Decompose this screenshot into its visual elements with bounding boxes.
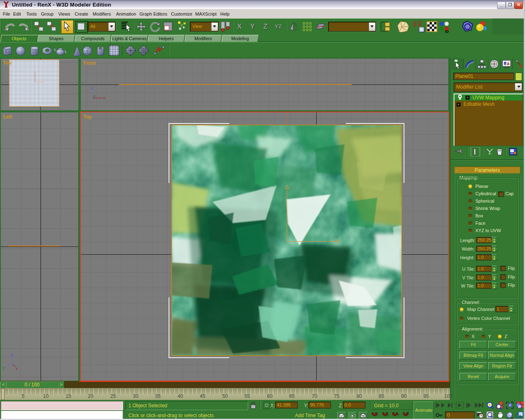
- svg-text:z: z: [11, 353, 14, 357]
- svg-text:x: x: [103, 95, 105, 100]
- svg-text:y: y: [93, 94, 96, 98]
- svg-text:z: z: [91, 86, 94, 90]
- svg-text:x: x: [16, 366, 18, 371]
- svg-text:y: y: [2, 365, 5, 370]
- svg-text:ID: ID: [445, 30, 449, 33]
- svg-text:3: 3: [376, 413, 378, 416]
- svg-text:%: %: [396, 413, 399, 416]
